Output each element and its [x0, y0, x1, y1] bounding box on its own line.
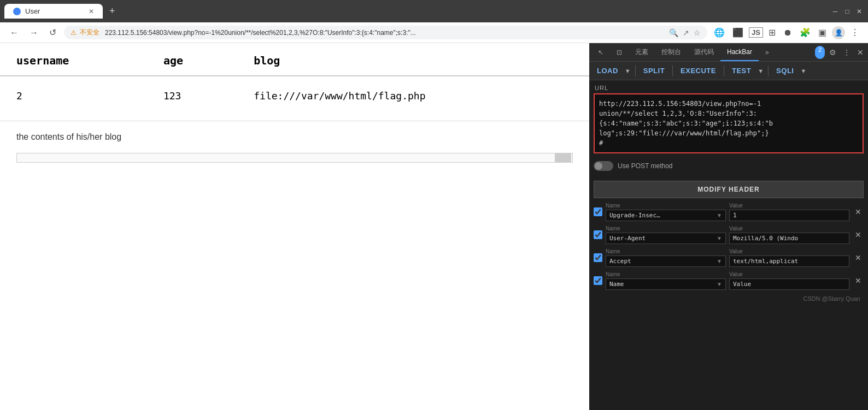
header-name-input-3[interactable] [609, 281, 714, 288]
hackbar-test-btn[interactable]: TEST [729, 65, 754, 76]
devtools-tab-elements[interactable]: 元素 [629, 43, 655, 61]
post-toggle-switch[interactable] [594, 161, 613, 171]
csdn-credit: CSDN @Starry Quan [594, 294, 864, 303]
bookmark-icon[interactable]: ☆ [694, 28, 701, 37]
close-window-button[interactable]: ✕ [855, 7, 864, 16]
header-name-group-2: Name ▼ [606, 248, 726, 267]
devtools-tab-picker[interactable]: ⊡ [610, 44, 629, 61]
share-icon[interactable]: ↗ [683, 28, 689, 37]
header-name-input-1[interactable] [609, 235, 714, 242]
hackbar-url-input[interactable]: http://223.112.5.156:54803/view.php?no=-… [594, 93, 864, 153]
header-name-input-2[interactable] [609, 258, 714, 265]
name-dropdown-0[interactable]: ▼ [717, 212, 722, 218]
name-sublabel-0: Name [606, 203, 726, 209]
header-row-0: Name ▼ Value ✕ [594, 203, 864, 221]
header-checkbox-0[interactable] [594, 207, 602, 216]
header-fields-3: Name ▼ Value [606, 271, 849, 290]
back-button[interactable]: ← [7, 27, 22, 39]
header-value-input-0[interactable] [733, 212, 846, 219]
value-sublabel-0: Value [729, 203, 849, 209]
more-options-icon[interactable]: ⋮ [841, 46, 853, 59]
record-icon[interactable]: ⏺ [781, 27, 794, 39]
name-dropdown-2[interactable]: ▼ [717, 258, 722, 264]
user-avatar[interactable]: 👤 [832, 26, 845, 39]
header-value-input-2[interactable] [733, 258, 846, 265]
name-dropdown-1[interactable]: ▼ [717, 235, 722, 241]
value-input-wrap-3 [729, 278, 849, 290]
settings-icon[interactable]: ⚙ [827, 46, 838, 59]
header-name-group-1: Name ▼ [606, 225, 726, 244]
devtools-tab-sources[interactable]: 源代码 [688, 43, 720, 61]
hackbar-load-arrow[interactable]: ▼ [625, 68, 631, 74]
header-checkbox-1[interactable] [594, 230, 602, 239]
header-close-2[interactable]: ✕ [853, 253, 864, 262]
header-value-group-1: Value [729, 225, 849, 244]
blog-content: the contents of his/her blog [0, 121, 589, 147]
profiles-icon[interactable]: 🌐 [712, 26, 727, 39]
browser-tab[interactable]: User ✕ [4, 4, 103, 19]
header-close-3[interactable]: ✕ [853, 276, 864, 285]
hackbar-split-btn[interactable]: SPLIT [640, 65, 668, 76]
security-icon: ⚠ [71, 29, 77, 37]
browser-chrome: User ✕ + ─ □ ✕ ← → ↺ ⚠ 不安全 223.112.5.156… [0, 0, 868, 43]
devtools-tab-console[interactable]: 控制台 [655, 43, 688, 61]
hackbar-label: HackBar [727, 48, 752, 56]
page-content: username age blog 2 123 file:///var/www/… [0, 43, 589, 410]
modify-header-btn[interactable]: MODIFY HEADER [594, 181, 864, 198]
new-tab-button[interactable]: + [105, 3, 120, 19]
url-actions: 🔍 ↗ ☆ [669, 28, 701, 37]
name-dropdown-3[interactable]: ▼ [717, 281, 722, 287]
header-value-input-3[interactable] [733, 281, 846, 288]
name-input-wrap-3: ▼ [606, 278, 726, 290]
close-devtools[interactable]: ✕ [855, 46, 866, 59]
header-value-group-2: Value [729, 248, 849, 267]
forward-button[interactable]: → [26, 27, 42, 39]
maximize-button[interactable]: □ [843, 7, 852, 16]
header-row-1: Name ▼ Value ✕ [594, 225, 864, 244]
name-input-wrap-0: ▼ [606, 210, 726, 221]
separator-2 [672, 66, 673, 76]
separator-3 [724, 66, 724, 76]
address-bar: ← → ↺ ⚠ 不安全 223.112.5.156:54803/view.php… [0, 22, 868, 43]
header-name-group-3: Name ▼ [606, 271, 726, 290]
url-section-label: URL [594, 85, 864, 91]
hackbar-toolbar: LOAD ▼ SPLIT EXECUTE TEST ▼ SQLI ▼ [589, 62, 868, 80]
sidebar-toggle[interactable]: ▣ [816, 26, 829, 39]
header-name-input-0[interactable] [609, 212, 714, 219]
extensions-icon[interactable]: ⬛ [730, 26, 746, 39]
hackbar-sqli-arrow[interactable]: ▼ [800, 68, 806, 74]
grid-icon[interactable]: ⊞ [766, 26, 778, 39]
blog-text: the contents of his/her blog [16, 132, 573, 142]
search-icon[interactable]: 🔍 [669, 28, 678, 37]
header-close-1[interactable]: ✕ [853, 230, 864, 239]
url-bar[interactable]: ⚠ 不安全 223.112.5.156:54803/view.php?no=-1… [64, 26, 707, 39]
header-close-0[interactable]: ✕ [853, 207, 864, 216]
close-tab-button[interactable]: ✕ [89, 8, 94, 15]
minimize-button[interactable]: ─ [831, 7, 840, 16]
puzzle-icon[interactable]: 🧩 [797, 26, 813, 39]
devtools-panel: ↖ ⊡ 元素 控制台 源代码 HackBar » 2 ⚙ ⋮ ✕ [589, 43, 868, 410]
devtools-tab-inspect[interactable]: ↖ [591, 44, 610, 61]
hackbar-execute-btn[interactable]: EXECUTE [677, 65, 719, 76]
separator-4 [768, 66, 769, 76]
devtools-tabs: ↖ ⊡ 元素 控制台 源代码 HackBar » 2 ⚙ ⋮ ✕ [589, 43, 868, 62]
devtools-tab-more[interactable]: » [759, 44, 776, 61]
hackbar-test-arrow[interactable]: ▼ [758, 68, 764, 74]
hackbar-load-btn[interactable]: LOAD [594, 65, 621, 76]
main-area: username age blog 2 123 file:///var/www/… [0, 43, 868, 410]
box-icon: ⊡ [617, 49, 622, 56]
col-header-blog: blog [237, 43, 589, 76]
devtools-tab-hackbar[interactable]: HackBar [720, 44, 759, 61]
header-value-group-0: Value [729, 203, 849, 221]
hackbar-sqli-btn[interactable]: SQLI [773, 65, 797, 76]
header-checkbox-2[interactable] [594, 253, 602, 262]
header-fields-2: Name ▼ Value [606, 248, 849, 267]
js-icon[interactable]: JS [749, 27, 763, 38]
value-sublabel-3: Value [729, 271, 849, 277]
reload-button[interactable]: ↺ [46, 26, 60, 39]
browser-actions: 🌐 ⬛ JS ⊞ ⏺ 🧩 ▣ 👤 ⋮ [712, 26, 861, 39]
header-value-input-1[interactable] [733, 235, 846, 242]
header-checkbox-3[interactable] [594, 276, 602, 285]
scroll-indicator[interactable] [16, 153, 573, 163]
menu-button[interactable]: ⋮ [848, 26, 861, 39]
